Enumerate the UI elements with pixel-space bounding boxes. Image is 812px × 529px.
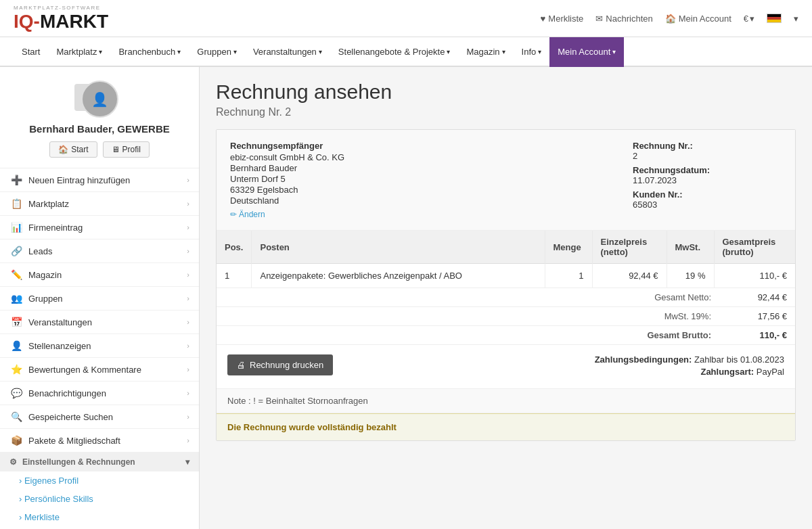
currency-selector[interactable]: € ▾ xyxy=(744,14,754,24)
edit-icon: ✏ xyxy=(230,210,237,219)
sidebar-link-marktplatz[interactable]: 📋Marktplatz› xyxy=(0,192,199,215)
sidebar-link-leads[interactable]: 🔗Leads› xyxy=(0,239,199,262)
menu-arrow-icon: › xyxy=(187,389,189,397)
zahlungsart-row: Zahlungsart: PayPal xyxy=(595,367,784,377)
sidebar-item[interactable]: ➕Neuen Eintrag hinzufügen› xyxy=(0,168,199,192)
settings-section[interactable]: ⚙ Einstellungen & Rechnungen ▾ xyxy=(0,453,199,472)
sidebar-link-stellenanzeigen[interactable]: 👤Stellenanzeigen› xyxy=(0,334,199,357)
sidebar-item[interactable]: 🔗Leads› xyxy=(0,239,199,263)
sidebar-link-bewertungen---kommentare[interactable]: ⭐Bewertungen & Kommentare› xyxy=(0,358,199,381)
sidebar-sub-link-meine-rechnungen[interactable]: › Meine Rechnungen xyxy=(0,526,199,529)
sidebar-sub-link-eigenes-profil[interactable]: › Eigenes Profil xyxy=(0,472,199,490)
menu-arrow-icon: › xyxy=(187,318,189,326)
sidebar-item[interactable]: 📊Firmeneintrag› xyxy=(0,216,199,239)
logo-iq: IQ xyxy=(14,11,34,32)
sidebar-item[interactable]: 📦Pakete & Mitgliedschaft› xyxy=(0,429,199,453)
mein-account-link[interactable]: 🏠 Mein Account xyxy=(665,14,731,24)
nav-item-branchenbuch[interactable]: Branchenbuch ▾ xyxy=(110,37,189,67)
merkliste-link[interactable]: ♥ Merkliste xyxy=(541,14,584,24)
sidebar-item[interactable]: ⭐Bewertungen & Kommentare› xyxy=(0,358,199,382)
nav-item-start[interactable]: Start xyxy=(14,37,48,67)
nav-item-veranstaltungen[interactable]: Veranstaltungen ▾ xyxy=(245,37,330,67)
sidebar-link-veranstaltungen[interactable]: 📅Veranstaltungen› xyxy=(0,310,199,334)
nachrichten-link[interactable]: ✉ Nachrichten xyxy=(595,14,652,24)
sidebar-link-neuen-eintrag-hinzuf-gen[interactable]: ➕Neuen Eintrag hinzufügen› xyxy=(0,168,199,191)
nav-item-mein-account[interactable]: Mein Account ▾ xyxy=(549,37,624,67)
sidebar-sub-item[interactable]: › Eigenes Profil xyxy=(0,472,199,490)
nav-item-magazin[interactable]: Magazin ▾ xyxy=(458,37,513,67)
sidebar-link-pakete---mitgliedschaft[interactable]: 📦Pakete & Mitgliedschaft› xyxy=(0,429,199,452)
sidebar-item[interactable]: 🔍Gespeicherte Suchen› xyxy=(0,405,199,429)
th-menge: Menge xyxy=(545,231,592,264)
top-right-nav: ♥ Merkliste ✉ Nachrichten 🏠 Mein Account… xyxy=(541,14,798,24)
print-button[interactable]: 🖨 Rechnung drucken xyxy=(227,354,333,375)
sidebar-link-gruppen[interactable]: 👥Gruppen› xyxy=(0,287,199,310)
zahlungsart-label: Zahlungsart: xyxy=(700,367,754,377)
rechnung-nr-row: Rechnung Nr.: 2 xyxy=(633,141,782,161)
recipient-column: Rechnungsempfänger ebiz-consult GmbH & C… xyxy=(230,141,633,219)
logo[interactable]: MARKTPLATZ-SOFTWARE IQ - MARKT xyxy=(14,5,108,32)
sidebar-link-benachrichtigungen[interactable]: 💬Benachrichtigungen› xyxy=(0,382,199,405)
kunden-nr-value: 65803 xyxy=(633,200,782,210)
sidebar-sub-item[interactable]: › Merkliste xyxy=(0,508,199,526)
gesamt-brutto-label: Gesamt Brutto: xyxy=(611,330,719,340)
rechnungsdatum-value: 11.07.2023 xyxy=(633,175,782,185)
sidebar-link-firmeneintrag[interactable]: 📊Firmeneintrag› xyxy=(0,216,199,239)
avatar: 👤 xyxy=(81,80,118,118)
nav-item-marktplatz[interactable]: Marktplatz ▾ xyxy=(48,37,110,67)
sidebar-item[interactable]: 📋Marktplatz› xyxy=(0,192,199,216)
sidebar-link-gespeicherte-suchen[interactable]: 🔍Gespeicherte Suchen› xyxy=(0,405,199,428)
flag-icon[interactable] xyxy=(767,14,782,23)
payment-info: Zahlungsbedingungen: Zahlbar bis 01.08.2… xyxy=(595,354,784,379)
nav-arrow-icon: ▾ xyxy=(502,48,505,55)
sidebar-sub-item[interactable]: › Meine Rechnungen xyxy=(0,526,199,529)
edit-recipient-link[interactable]: ✏ Ändern xyxy=(230,210,633,219)
note-text: Note : ! = Beinhaltet Stornoanfragen xyxy=(227,396,368,406)
rechnung-nr-value: 2 xyxy=(633,151,782,161)
heart-icon: ♥ xyxy=(541,14,546,24)
th-gesamtpreis: Gesamtpreis (brutto) xyxy=(714,231,795,264)
cell-pos: 1 xyxy=(217,264,252,288)
profile-name: Bernhard Bauder, GEWERBE xyxy=(7,123,192,135)
mwst-value: 17,56 € xyxy=(719,311,787,321)
sidebar-profile: 👤 Bernhard Bauder, GEWERBE 🏠 Start 🖥 Pro… xyxy=(0,67,199,168)
mwst-label: MwSt. 19%: xyxy=(611,311,719,321)
logo-sep: - xyxy=(34,11,40,32)
sidebar-item[interactable]: 📅Veranstaltungen› xyxy=(0,310,199,334)
menu-arrow-icon: › xyxy=(187,413,189,421)
top-bar: MARKTPLATZ-SOFTWARE IQ - MARKT ♥ Merklis… xyxy=(0,0,812,37)
nav-item-gruppen[interactable]: Gruppen ▾ xyxy=(189,37,245,67)
nav-arrow-icon: ▾ xyxy=(319,48,322,55)
cell-einzelpreis: 92,44 € xyxy=(592,264,667,288)
sidebar-item[interactable]: 💬Benachrichtigungen› xyxy=(0,382,199,405)
sidebar-item[interactable]: 👤Stellenanzeigen› xyxy=(0,334,199,358)
actions-row: 🖨 Rechnung drucken Zahlungsbedingungen: … xyxy=(217,345,795,389)
main-layout: 👤 Bernhard Bauder, GEWERBE 🏠 Start 🖥 Pro… xyxy=(0,67,812,529)
invoice-card: Rechnungsempfänger ebiz-consult GmbH & C… xyxy=(216,129,796,441)
gesamt-netto-label: Gesamt Netto: xyxy=(611,292,719,302)
sidebar-item[interactable]: 👥Gruppen› xyxy=(0,287,199,310)
recipient-street: Unterm Dorf 5 xyxy=(230,174,633,184)
nav-item-info[interactable]: Info ▾ xyxy=(514,37,550,67)
invoice-info-column: Rechnung Nr.: 2 Rechnungsdatum: 11.07.20… xyxy=(633,141,782,219)
home-icon: 🏠 xyxy=(58,145,68,154)
sidebar-sub-item[interactable]: › Persönliche Skills xyxy=(0,490,199,508)
nav-arrow-icon: ▾ xyxy=(538,48,541,55)
menu-icon: 📅 xyxy=(9,317,23,327)
sidebar-sub-link-merkliste[interactable]: › Merkliste xyxy=(0,508,199,526)
nav-item-stellenangebote---projekte[interactable]: Stellenangebote & Projekte ▾ xyxy=(330,37,459,67)
sidebar-item[interactable]: ✏️Magazin› xyxy=(0,263,199,287)
recipient-header-label: Rechnungsempfänger xyxy=(230,141,633,151)
kunden-nr-row: Kunden Nr.: 65803 xyxy=(633,189,782,210)
rechnungsdatum-row: Rechnungsdatum: 11.07.2023 xyxy=(633,165,782,185)
sidebar-link-magazin[interactable]: ✏️Magazin› xyxy=(0,263,199,286)
menu-arrow-icon: › xyxy=(187,436,189,444)
invoice-header: Rechnungsempfänger ebiz-consult GmbH & C… xyxy=(217,130,795,231)
flag-arrow-icon: ▾ xyxy=(794,14,798,24)
rechnungsdatum-label: Rechnungsdatum: xyxy=(633,165,782,175)
settings-label-wrap: ⚙ Einstellungen & Rechnungen xyxy=(9,457,135,467)
zahlungsart-value: PayPal xyxy=(757,367,784,377)
profil-button[interactable]: 🖥 Profil xyxy=(103,141,150,158)
start-button[interactable]: 🏠 Start xyxy=(49,141,97,158)
sidebar-sub-link-pers-nliche-skills[interactable]: › Persönliche Skills xyxy=(0,490,199,508)
